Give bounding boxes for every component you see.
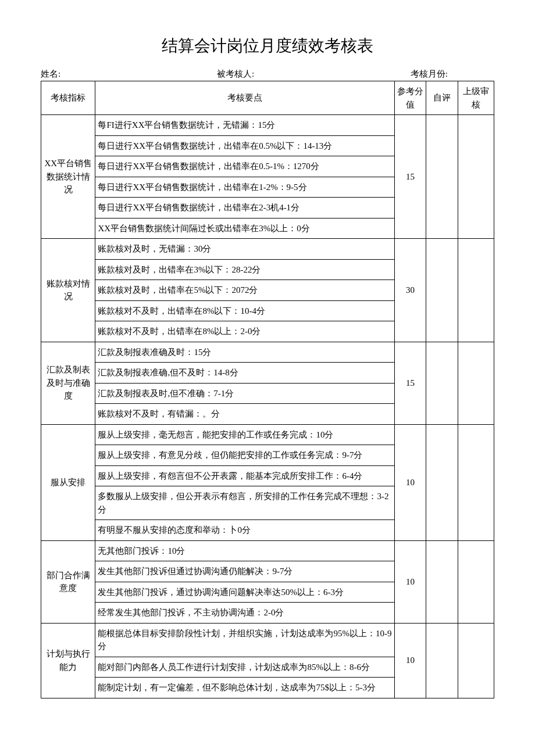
indicator-cell: 部门合作满意度 (41, 540, 95, 623)
header-self-eval: 自评 (426, 81, 458, 115)
point-cell: 服从上级安排，有怨言但不公开表露，能基本完成所安排工作：6-4分 (95, 465, 394, 486)
point-cell: 发生其他部门投诉但通过协调沟通仍能解决：9-7分 (95, 561, 394, 582)
point-cell: 多数服从上级安排，但公开表示有怨言，所安排的工作任务完成不理想：3-2分 (95, 486, 394, 520)
point-cell: 汇款及制报表准确,但不及时：14-8分 (95, 363, 394, 384)
table-row: XX平台销售数据统计情况每FI进行XX平台销售数据统计，无错漏：15分15 (41, 115, 494, 136)
score-cell: 30 (394, 239, 426, 342)
header-points: 考核要点 (95, 81, 394, 115)
point-cell: 能根据总体目标安排阶段性计划，并组织实施，计划达成率为95%以上：10-9分 (95, 623, 394, 657)
self-eval-cell[interactable] (426, 623, 458, 698)
supervisor-cell[interactable] (458, 540, 494, 623)
point-cell: 服从上级安排，毫无怨言，能把安排的工作或任务完成：10分 (95, 424, 394, 445)
supervisor-cell[interactable] (458, 115, 494, 239)
table-row: 服从安排服从上级安排，毫无怨言，能把安排的工作或任务完成：10分10 (41, 424, 494, 445)
point-cell: 每日进行XX平台销售数据统计，出错率在0.5%以下：14-13分 (95, 135, 394, 156)
meta-row: 姓名: 被考核人: 考核月份: (41, 69, 494, 80)
supervisor-cell[interactable] (458, 342, 494, 424)
table-header-row: 考核指标 考核要点 参考分值 自评 上级审核 (41, 81, 494, 115)
point-cell: 经常发生其他部门投诉，不主动协调沟通：2-0分 (95, 603, 394, 624)
point-cell: 汇款及制报表及时,但不准确：7-1分 (95, 383, 394, 404)
meta-gap (448, 69, 494, 80)
supervisor-cell[interactable] (458, 424, 494, 540)
indicator-cell: 汇款及制表及时与准确度 (41, 342, 95, 424)
point-cell: 每日进行XX平台销售数据统计，出错率在1-2%：9-5分 (95, 177, 394, 198)
name-label: 姓名: (41, 69, 60, 80)
indicator-cell: XX平台销售数据统计情况 (41, 115, 95, 239)
point-cell: 账款核对不及时，有错漏：。分 (95, 404, 394, 425)
page-title: 结算会计岗位月度绩效考核表 (41, 35, 494, 57)
self-eval-cell[interactable] (426, 342, 458, 424)
meta-gap (60, 69, 217, 80)
supervisor-cell[interactable] (458, 239, 494, 342)
supervisor-cell[interactable] (458, 623, 494, 698)
meta-gap (254, 69, 411, 80)
month-label: 考核月份: (411, 69, 448, 80)
self-eval-cell[interactable] (426, 424, 458, 540)
point-cell: 能制定计划，有一定偏差，但不影响总体计划，达成率为75$以上：5-3分 (95, 678, 394, 698)
point-cell: 账款核对不及时，出错率在8%以上：2-0分 (95, 321, 394, 342)
indicator-cell: 账款核对情况 (41, 239, 95, 342)
score-cell: 10 (394, 540, 426, 623)
indicator-cell: 服从安排 (41, 424, 95, 540)
point-cell: XX平台销售数据统计间隔过长或出错率在3%以上：0分 (95, 218, 394, 239)
self-eval-cell[interactable] (426, 115, 458, 239)
score-cell: 15 (394, 342, 426, 424)
point-cell: 每日进行XX平台销售数据统计，出错率在0.5-1%：1270分 (95, 156, 394, 177)
point-cell: 每日进行XX平台销售数据统计，出错率在2-3机4-1分 (95, 198, 394, 218)
header-indicator: 考核指标 (41, 81, 95, 115)
indicator-cell: 计划与执行能力 (41, 623, 95, 698)
score-cell: 15 (394, 115, 426, 239)
assessment-table: 考核指标 考核要点 参考分值 自评 上级审核 XX平台销售数据统计情况每FI进行… (41, 81, 494, 698)
score-cell: 10 (394, 623, 426, 698)
header-supervisor: 上级审核 (458, 81, 494, 115)
self-eval-cell[interactable] (426, 239, 458, 342)
point-cell: 服从上级安排，有意见分歧，但仍能把安排的工作或任务完成：9-7分 (95, 445, 394, 466)
score-cell: 10 (394, 424, 426, 540)
table-row: 部门合作满意度无其他部门投诉：10分10 (41, 540, 494, 561)
point-cell: 发生其他部门投诉，通过协调沟通问题解决率达50%以上：6-3分 (95, 582, 394, 603)
point-cell: 每FI进行XX平台销售数据统计，无错漏：15分 (95, 115, 394, 136)
point-cell: 无其他部门投诉：10分 (95, 540, 394, 561)
assessee-label: 被考核人: (217, 69, 254, 80)
self-eval-cell[interactable] (426, 540, 458, 623)
table-row: 账款核对情况账款核对及时，无错漏：30分30 (41, 239, 494, 260)
point-cell: 有明显不服从安排的态度和举动：卜0分 (95, 520, 394, 541)
point-cell: 账款核对不及时，出错率在8%以下：10-4分 (95, 300, 394, 321)
point-cell: 汇款及制报表准确及时：15分 (95, 342, 394, 363)
point-cell: 账款核对及时，无错漏：30分 (95, 239, 394, 260)
table-row: 汇款及制表及时与准确度汇款及制报表准确及时：15分15 (41, 342, 494, 363)
table-row: 计划与执行能力能根据总体目标安排阶段性计划，并组织实施，计划达成率为95%以上：… (41, 623, 494, 657)
header-ref-score: 参考分值 (394, 81, 426, 115)
point-cell: 账款核对及时，出错率在3%以下：28-22分 (95, 259, 394, 280)
point-cell: 能对部门内部各人员工作进行计划安排，计划达成率为85%以上：8-6分 (95, 657, 394, 678)
point-cell: 账款核对及时，出错率在5%以下：2072分 (95, 280, 394, 301)
